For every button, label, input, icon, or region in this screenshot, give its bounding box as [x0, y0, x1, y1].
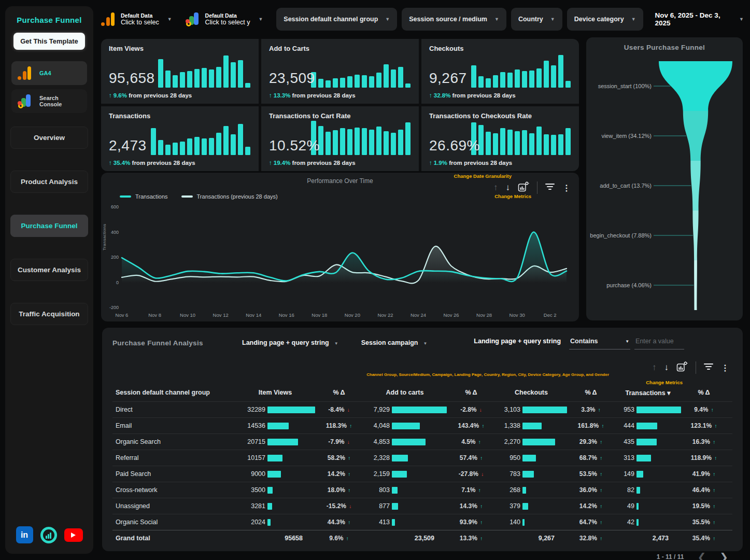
more-options-icon[interactable]: ⋮: [721, 363, 729, 373]
filter-operator-select[interactable]: Contains▼: [569, 336, 630, 349]
purchase-funnel-chart[interactable]: session_start (100%)view_item (34.12%)ad…: [586, 55, 743, 317]
dimension-picker-session-campaign[interactable]: Session campaign▼: [361, 336, 428, 346]
legend-item: Transactions (previous 28 days): [181, 193, 278, 200]
delta-cell: 16.3% ↑: [682, 438, 726, 445]
youtube-icon[interactable]: [64, 528, 83, 542]
sparkline-bar: [486, 78, 491, 88]
sidebar-item-traffic-acquisition[interactable]: Traffic Acquisition: [10, 303, 88, 325]
metric-bar-cell: [634, 471, 682, 478]
kpi-sparkline[interactable]: [311, 118, 411, 155]
metric-bar: [392, 519, 395, 526]
analytics-brand-icon[interactable]: [40, 527, 57, 543]
filter-pill-session-default-channel-group[interactable]: Session default channel group▼: [276, 8, 397, 31]
table-row[interactable]: Cross-network350018.0% ↑8037.1% ↑26836.0…: [112, 482, 732, 498]
metric-value-cell: 149: [614, 470, 634, 478]
kpi-sparkline[interactable]: [158, 50, 250, 88]
kpi-delta-suffix: from previous 28 days: [292, 92, 356, 99]
table-row[interactable]: Organic Search20715-7.9% ↓4,8534.5% ↑2,2…: [112, 433, 732, 450]
column-header-delta[interactable]: % Δ: [316, 389, 362, 396]
delta-up-arrow-icon: ↑: [480, 455, 483, 461]
filter-pill-label: Session source / medium: [409, 16, 487, 23]
funnel-stage-label: purchase (4.06%): [606, 282, 652, 288]
sparkline-bar: [558, 55, 563, 88]
filter-icon[interactable]: [545, 183, 555, 193]
data-source-picker-search-console[interactable]: Default Data Click to select y ▼: [186, 12, 263, 26]
metric-bar-cell: [634, 439, 682, 445]
sparkline-bar: [245, 83, 250, 88]
get-template-button[interactable]: Get This Template: [13, 33, 85, 50]
sort-ascending-icon[interactable]: ↑: [652, 362, 657, 373]
column-header-channel[interactable]: Session default channel group: [112, 389, 234, 396]
performance-line-chart[interactable]: 6004002000-200Nov 6Nov 8Nov 10Nov 12Nov …: [106, 202, 574, 320]
linkedin-icon[interactable]: in: [16, 526, 33, 543]
change-metrics-icon[interactable]: [518, 181, 529, 194]
delta-cell: 3.3% ↑: [568, 406, 614, 413]
sparkline-bar: [173, 75, 178, 88]
sparkline-bar: [165, 145, 171, 155]
delta-up-arrow-icon: ↑: [429, 160, 432, 166]
sidebar-item-product-analysis[interactable]: Product Analysis: [10, 171, 88, 193]
table-row[interactable]: Referral1015758.2% ↑2,32857.4% ↑95068.7%…: [112, 450, 732, 466]
kpi-delta: ↑35.4% from previous 28 days: [109, 160, 195, 166]
sidebar-source-ga4[interactable]: GA4: [11, 61, 87, 85]
table-row[interactable]: Unassigned3281-15.2% ↓87714.3% ↑37914.2%…: [112, 498, 732, 514]
sparkline-bar: [333, 78, 338, 88]
sidebar-source-search-console[interactable]: Search Console: [11, 89, 87, 113]
sparkline-bar: [376, 73, 381, 88]
filter-pill-country[interactable]: Country▼: [511, 8, 562, 31]
table-row[interactable]: Direct32289-8.4% ↓7,929-2.8% ↓3,1033.3% …: [112, 401, 732, 417]
previous-page-icon[interactable]: ❮: [697, 551, 706, 560]
next-page-icon[interactable]: ❯: [719, 551, 728, 560]
sparkline-bar: [471, 65, 476, 88]
sparkline-bar: [209, 69, 214, 88]
kpi-sparkline[interactable]: [311, 50, 411, 88]
table-row[interactable]: Organic Social202444.3% ↑41393.9% ↑14064…: [112, 514, 732, 530]
column-header-transactions[interactable]: Transactions ▾: [614, 389, 682, 397]
funnel-stage-purchase: [694, 260, 697, 310]
source-picker-title: Default Data: [121, 12, 159, 19]
kpi-sparkline[interactable]: [151, 118, 250, 155]
sparkline-bar: [326, 80, 331, 88]
sort-ascending-icon[interactable]: ↑: [493, 183, 498, 193]
filter-pill-device-category[interactable]: Device category▼: [567, 8, 643, 31]
sidebar-item-overview[interactable]: Overview: [10, 127, 88, 149]
metric-bar: [636, 407, 681, 413]
table-row[interactable]: Paid Search900014.2% ↑2,159-27.8% ↓78353…: [112, 466, 732, 482]
dimension-picker-landing-page[interactable]: Landing page + query string▼: [242, 336, 338, 346]
column-header-delta[interactable]: % Δ: [682, 389, 726, 396]
kpi-sparkline[interactable]: [471, 118, 571, 155]
column-header-delta[interactable]: % Δ: [568, 389, 614, 396]
table-row[interactable]: Email14536118.3% ↑4,048143.4% ↑1,338161.…: [112, 417, 732, 433]
kpi-sparkline[interactable]: [471, 50, 571, 88]
sort-descending-icon[interactable]: ↓: [664, 362, 669, 373]
filter-icon[interactable]: [704, 362, 713, 373]
data-source-picker-ga4[interactable]: Default Data Click to selec ▼: [101, 12, 172, 26]
metric-bar-cell: [390, 487, 448, 494]
sparkline-bar: [355, 75, 360, 88]
metric-bar-cell: [265, 519, 316, 526]
kpi-card-transactions: Transactions2,473↑35.4% from previous 28…: [101, 106, 259, 171]
sidebar-item-purchase-funnel[interactable]: Purchase Funnel: [10, 215, 88, 237]
delta-cell: 9.4% ↑: [682, 406, 726, 413]
metric-bar-cell: [390, 423, 448, 429]
filter-pill-session-source-medium[interactable]: Session source / medium▼: [402, 8, 506, 31]
metric-bar-cell: [265, 487, 316, 494]
sort-descending-icon[interactable]: ↓: [506, 183, 511, 193]
column-header-checkouts[interactable]: Checkouts: [494, 389, 568, 396]
delta-up-arrow-icon: ↑: [713, 471, 715, 477]
filter-value-input[interactable]: Enter a value: [634, 336, 684, 349]
sparkline-bar: [544, 61, 549, 88]
column-header-item_views[interactable]: Item Views: [234, 389, 316, 396]
metric-value-cell: 140: [494, 519, 520, 526]
column-header-add_to_carts[interactable]: Add to carts: [362, 389, 448, 396]
change-metrics-icon[interactable]: [676, 361, 688, 374]
kpi-delta: ↑13.3% from previous 28 days: [269, 92, 356, 99]
delta-up-arrow-icon: ↑: [714, 455, 717, 461]
delta-up-arrow-icon: ↑: [480, 536, 483, 541]
column-header-delta[interactable]: % Δ: [448, 389, 494, 396]
delta-value: 41.9%: [692, 470, 712, 478]
sidebar-item-customer-analysis[interactable]: Customer Analysis: [10, 259, 88, 281]
more-options-icon[interactable]: ⋮: [562, 183, 571, 193]
table-body: Session default channel groupItem Views%…: [112, 384, 732, 546]
date-range-picker[interactable]: Nov 6, 2025 - Dec 3, 2025 ▼: [655, 11, 744, 27]
